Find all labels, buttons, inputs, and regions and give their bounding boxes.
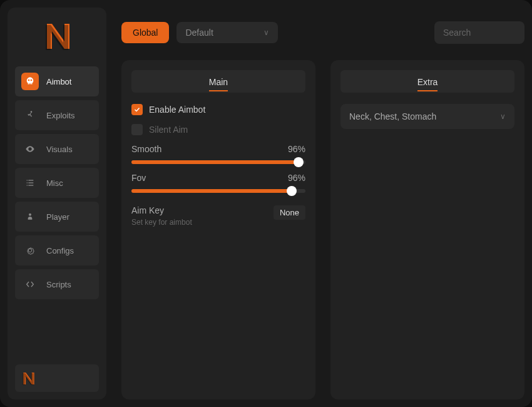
smooth-fill [131, 160, 299, 164]
checkbox-checked-icon [131, 104, 143, 115]
smooth-value: 96% [288, 144, 305, 154]
bones-select[interactable]: Neck, Chest, Stomach ∨ [340, 104, 514, 129]
enable-aimbot-row[interactable]: Enable Aimbot [131, 104, 305, 115]
panel-main-title-wrap: Main [131, 70, 305, 93]
svg-rect-2 [28, 180, 33, 180]
svg-rect-1 [27, 180, 28, 180]
sidebar-item-label: Scripts [46, 280, 71, 289]
content: Global Default ∨ Main Enable Aimbot [121, 8, 524, 399]
svg-rect-3 [27, 182, 28, 183]
sidebar-nav: Aimbot Exploits Visuals Misc [15, 66, 99, 299]
fov-slider: Fov 96% [131, 173, 305, 193]
smooth-thumb[interactable] [294, 157, 304, 167]
sidebar-item-visuals[interactable]: Visuals [15, 134, 99, 164]
sidebar-item-aimbot[interactable]: Aimbot [15, 66, 99, 96]
svg-point-0 [31, 111, 33, 113]
sidebar-item-player[interactable]: Player [15, 202, 99, 232]
sidebar-item-label: Visuals [46, 145, 73, 154]
svg-rect-5 [27, 185, 28, 185]
search-input[interactable] [434, 21, 524, 44]
logo-wrap [15, 20, 99, 66]
svg-rect-4 [28, 182, 33, 183]
checkbox-unchecked-icon [131, 124, 143, 135]
sidebar-item-label: Player [46, 212, 69, 222]
list-icon [21, 174, 39, 192]
enable-aimbot-label: Enable Aimbot [149, 105, 205, 115]
panel-extra: Extra Neck, Chest, Stomach ∨ [330, 60, 524, 399]
sidebar-brand-small[interactable] [15, 364, 99, 392]
sidebar-item-label: Configs [46, 246, 74, 255]
smooth-label: Smooth [131, 144, 161, 154]
bones-select-value: Neck, Chest, Stomach [349, 111, 436, 121]
svg-rect-6 [28, 185, 33, 185]
config-dropdown[interactable]: Default ∨ [176, 22, 277, 43]
app-window: Aimbot Exploits Visuals Misc [0, 0, 532, 407]
skull-icon [21, 73, 39, 90]
fov-value: 96% [288, 173, 305, 183]
tab-global[interactable]: Global [121, 22, 169, 43]
aim-key-value[interactable]: None [274, 205, 305, 220]
fov-label: Fov [131, 173, 146, 183]
silent-aim-row[interactable]: Silent Aim [131, 124, 305, 135]
panel-main: Main Enable Aimbot Silent Aim Smooth 96% [121, 60, 315, 399]
chevron-down-icon: ∨ [263, 28, 269, 37]
config-dropdown-selected: Default [185, 28, 213, 38]
fov-fill [131, 189, 292, 193]
aim-key-label: Aim Key [131, 205, 192, 215]
sidebar-item-scripts[interactable]: Scripts [15, 269, 99, 299]
chevron-down-icon: ∨ [500, 112, 506, 121]
fov-track[interactable] [131, 189, 305, 193]
panel-main-title: Main [209, 77, 228, 87]
panel-extra-title: Extra [417, 77, 438, 87]
sidebar-item-configs[interactable]: Configs [15, 235, 99, 265]
panels: Main Enable Aimbot Silent Aim Smooth 96% [121, 60, 524, 399]
panel-extra-title-wrap: Extra [340, 70, 514, 93]
aim-key-sublabel: Set key for aimbot [131, 218, 192, 227]
sidebar-item-misc[interactable]: Misc [15, 168, 99, 198]
user-icon [21, 208, 39, 225]
sidebar-item-label: Aimbot [46, 77, 71, 86]
running-icon [21, 106, 39, 124]
smooth-slider: Smooth 96% [131, 144, 305, 164]
svg-point-7 [29, 214, 31, 216]
smooth-track[interactable] [131, 160, 305, 164]
sidebar: Aimbot Exploits Visuals Misc [8, 8, 106, 399]
brand-logo-small-icon [21, 371, 35, 386]
sidebar-item-exploits[interactable]: Exploits [15, 100, 99, 130]
sidebar-item-label: Misc [46, 178, 63, 188]
aim-key-row: Aim Key Set key for aimbot None [131, 205, 305, 227]
sidebar-item-label: Exploits [46, 111, 75, 120]
silent-aim-label: Silent Aim [149, 125, 188, 135]
brand-logo-icon [43, 20, 71, 51]
gear-icon [21, 242, 39, 259]
eye-icon [21, 140, 39, 158]
code-icon [21, 276, 39, 293]
fov-thumb[interactable] [287, 186, 297, 196]
topbar: Global Default ∨ [121, 8, 524, 60]
